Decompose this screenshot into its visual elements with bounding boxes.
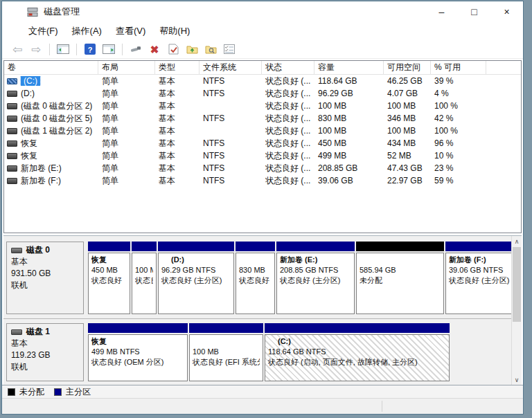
partition-color-bar: [88, 323, 188, 333]
volume-free: 434 MB: [384, 138, 431, 148]
volume-type: 基本: [155, 100, 200, 112]
volume-layout: 简单: [98, 150, 155, 162]
volume-free: 4.07 GB: [384, 89, 431, 98]
volume-name: (磁盘 0 磁盘分区 2): [21, 100, 92, 112]
partition-color-bar: [236, 242, 275, 251]
delete-partition-icon[interactable]: ✖: [148, 42, 161, 56]
disk-name: 磁盘 1: [26, 326, 50, 338]
volume-free: 46.25 GB: [384, 76, 431, 86]
menu-action[interactable]: 操作(A): [65, 25, 109, 37]
partition-color-bar: [276, 242, 355, 251]
column-header-type[interactable]: 类型: [155, 61, 200, 74]
volume-status: 状态良好 (...: [262, 175, 314, 187]
status-bar: [2, 398, 523, 414]
open-folder-icon[interactable]: [185, 42, 199, 56]
menu-file[interactable]: 文件(F): [21, 25, 65, 37]
volume-pct: 100 %: [431, 126, 486, 136]
volume-icon: [7, 78, 17, 84]
partition-recovery-450mb[interactable]: 恢复 450 MB 状态良好: [88, 242, 130, 314]
column-header-layout[interactable]: 布局: [98, 61, 155, 74]
volume-icon: [7, 165, 17, 172]
partition-100mb[interactable]: 100 MB 状态良好: [132, 242, 157, 314]
properties-check-icon[interactable]: [166, 42, 180, 56]
view-options-icon[interactable]: [222, 42, 236, 56]
console-tree-icon[interactable]: [56, 42, 70, 56]
partition-color-bar: [132, 242, 157, 251]
partition-c-selected[interactable]: (C:) 118.64 GB NTFS 状态良好 (启动, 页面文件, 故障转储…: [265, 323, 450, 381]
volume-capacity: 100 MB: [314, 101, 384, 111]
volume-status: 状态良好 (...: [262, 125, 314, 137]
volume-type: 基本: [155, 163, 200, 174]
volume-row-d[interactable]: (D:) 简单 基本 NTFS 状态良好 (... 96.29 GB 4.07 …: [4, 87, 521, 100]
volume-fs: NTFS: [200, 138, 262, 148]
volume-type: 基本: [155, 88, 200, 100]
legend-unallocated-label: 未分配: [19, 386, 44, 398]
column-header-pct-free[interactable]: % 可用: [431, 61, 486, 74]
volume-capacity: 450 MB: [314, 138, 384, 148]
volume-row-disk1-part2[interactable]: (磁盘 1 磁盘分区 2) 简单 基本 状态良好 (... 100 MB 100…: [4, 125, 521, 137]
volume-row-disk0-part2[interactable]: (磁盘 0 磁盘分区 2) 简单 基本 状态良好 (... 100 MB 100…: [4, 100, 521, 112]
volume-row-e[interactable]: 新加卷 (E:) 简单 基本 NTFS 状态良好 (... 208.85 GB …: [4, 162, 521, 174]
volume-icon: [7, 91, 17, 97]
disk-1-label-panel[interactable]: 磁盘 1 基本 119.23 GB 联机: [6, 323, 84, 381]
forward-icon[interactable]: ⇨: [29, 42, 43, 56]
partition-status: 状态良好: [91, 275, 127, 286]
volume-name: (C:): [21, 76, 40, 86]
volume-pct: 23 %: [431, 163, 486, 173]
maximize-button[interactable]: □: [458, 1, 490, 22]
volume-pct: 10 %: [431, 151, 486, 161]
partition-f[interactable]: 新加卷 (F:) 39.06 GB NTFS 状态良好 (主分区): [445, 242, 514, 314]
partition-status: 状态良好: [239, 275, 272, 286]
partition-status: 状态良好 (主分区): [449, 275, 511, 286]
legend-unallocated-swatch: [8, 388, 15, 396]
column-header-filesystem[interactable]: 文件系统: [200, 61, 262, 74]
toolbar-separator: [122, 44, 123, 55]
disk-size: 119.23 GB: [11, 349, 79, 361]
volume-row-recovery-2[interactable]: 恢复 简单 基本 NTFS 状态良好 (... 499 MB 52 MB 10 …: [4, 149, 521, 162]
vertical-scrollbar[interactable]: ∧ ∨: [511, 236, 522, 385]
partition-unallocated[interactable]: 585.94 GB 未分配: [356, 242, 444, 314]
partition-830mb[interactable]: 830 MB 状态良好: [236, 242, 275, 314]
partition-size: 208.85 GB NTFS: [280, 265, 351, 275]
volume-row-recovery-1[interactable]: 恢复 简单 基本 NTFS 状态良好 (... 450 MB 434 MB 96…: [4, 137, 521, 149]
volume-row-disk0-part5[interactable]: (磁盘 0 磁盘分区 5) 简单 基本 NTFS 状态良好 (... 830 M…: [4, 112, 521, 125]
volume-row-c[interactable]: (C:) 简单 基本 NTFS 状态良好 (... 118.64 GB 46.2…: [4, 75, 521, 87]
column-header-volume[interactable]: 卷: [4, 61, 98, 74]
volume-name: 恢复: [21, 138, 37, 149]
partition-e[interactable]: 新加卷 (E:) 208.85 GB NTFS 状态良好 (主分区): [276, 242, 355, 314]
menu-view[interactable]: 查看(V): [109, 25, 152, 37]
volume-row-f[interactable]: 新加卷 (F:) 简单 基本 NTFS 状态良好 (... 39.06 GB 2…: [4, 174, 521, 187]
scroll-down-icon[interactable]: ∨: [512, 374, 522, 385]
volume-icon: [7, 128, 17, 134]
partition-d[interactable]: (D:) 96.29 GB NTFS 状态良好 (主分区): [158, 242, 234, 314]
scroll-up-icon[interactable]: ∧: [512, 236, 522, 246]
close-button[interactable]: ×: [490, 1, 523, 22]
disk-management-icon: [27, 7, 38, 17]
explore-folder-icon[interactable]: [204, 42, 218, 56]
partition-name: [135, 255, 153, 265]
minimize-button[interactable]: –: [425, 1, 458, 22]
toolbar: ⇦ ⇨ ? ✖: [2, 40, 523, 59]
partition-efi-100mb[interactable]: 100 MB 状态良好 (EFI 系统分区): [189, 323, 263, 381]
action-pane-icon[interactable]: [102, 42, 116, 56]
partition-color-bar: [158, 242, 234, 251]
volume-status: 状态良好 (...: [262, 138, 314, 149]
volume-type: 基本: [155, 175, 200, 187]
volume-layout: 简单: [98, 75, 155, 87]
volume-name: (磁盘 0 磁盘分区 5): [21, 113, 92, 125]
volume-status: 状态良好 (...: [262, 100, 314, 112]
back-icon[interactable]: ⇦: [10, 42, 24, 56]
partition-size: 499 MB NTFS: [91, 347, 184, 357]
help-icon[interactable]: ?: [83, 42, 97, 56]
disk-tools-icon[interactable]: [129, 42, 143, 56]
scrollbar-thumb[interactable]: [513, 247, 521, 322]
partition-recovery-499mb[interactable]: 恢复 499 MB NTFS 状态良好 (OEM 分区): [88, 323, 188, 381]
volume-capacity: 100 MB: [314, 126, 384, 136]
volume-pct: 4 %: [431, 89, 486, 98]
menu-help[interactable]: 帮助(H): [152, 25, 197, 37]
column-header-free-space[interactable]: 可用空间: [384, 61, 431, 74]
column-header-capacity[interactable]: 容量: [314, 61, 384, 74]
volume-capacity: 830 MB: [314, 113, 384, 123]
column-header-status[interactable]: 状态: [262, 61, 314, 74]
disk-0-label-panel[interactable]: 磁盘 0 基本 931.50 GB 联机: [6, 242, 84, 314]
